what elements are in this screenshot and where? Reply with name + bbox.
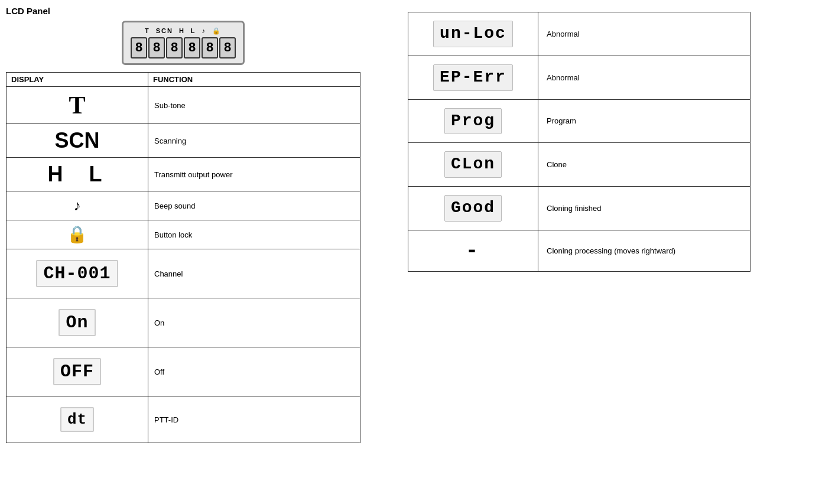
panel-title: LCD Panel: [6, 6, 360, 16]
table-row: 🔒 Button lock: [7, 220, 360, 249]
lcd-digits-row: 8 8 8 8 8 8: [131, 37, 236, 58]
display-good: Good: [444, 195, 502, 222]
table-row: ♪ Beep sound: [7, 191, 360, 220]
main-container: LCD Panel T SCN H L ♪ 🔒 8 8 8 8 8: [6, 6, 816, 443]
desc-cell-unloc: Abnormal: [538, 12, 750, 56]
display-cell-channel: CH-001: [7, 249, 148, 298]
display-cell-off: OFF: [7, 347, 148, 396]
icon-T: T: [145, 27, 150, 35]
function-cell-pttid: PTT-ID: [148, 396, 360, 443]
display-cell-beep: ♪: [7, 191, 148, 220]
right-table: un-Loc Abnormal EP-Err Abnormal Prog: [408, 12, 750, 272]
display-cell-eperr: EP-Err: [408, 56, 538, 99]
table-row: T Sub-tone: [7, 87, 360, 124]
display-cell-HL: H L: [7, 158, 148, 191]
lock-symbol: 🔒: [67, 225, 87, 243]
display-prog: Prog: [444, 108, 502, 135]
display-T: T: [69, 92, 85, 119]
desc-cell-eperr: Abnormal: [538, 56, 750, 99]
table-row: un-Loc Abnormal: [408, 12, 750, 56]
function-cell-on: On: [148, 298, 360, 347]
function-cell-off: Off: [148, 347, 360, 396]
display-off: OFF: [53, 358, 101, 385]
table-row: Prog Program: [408, 99, 750, 143]
table-row: - Cloning processing (moves rightward): [408, 230, 750, 271]
lcd-digit-5: 8: [202, 37, 218, 58]
display-cell-T: T: [7, 87, 148, 124]
display-HL: H L: [48, 162, 107, 186]
display-cell-good: Good: [408, 187, 538, 230]
table-row: Good Cloning finished: [408, 187, 750, 230]
display-on: On: [59, 309, 95, 336]
right-panel: un-Loc Abnormal EP-Err Abnormal Prog: [408, 12, 750, 272]
function-cell-scanning: Scanning: [148, 124, 360, 158]
display-cell-dash: -: [408, 230, 538, 271]
function-cell-beep: Beep sound: [148, 191, 360, 220]
header-function: FUNCTION: [148, 73, 360, 87]
display-cell-pttid: dt: [7, 396, 148, 443]
lcd-icons-row: T SCN H L ♪ 🔒: [145, 27, 222, 35]
lcd-image-container: T SCN H L ♪ 🔒 8 8 8 8 8 8: [6, 21, 360, 65]
display-channel: CH-001: [36, 260, 118, 287]
lcd-digit-2: 8: [148, 37, 165, 58]
table-row: EP-Err Abnormal: [408, 56, 750, 99]
display-cell-prog: Prog: [408, 99, 538, 143]
display-cell-on: On: [7, 298, 148, 347]
desc-cell-dash: Cloning processing (moves rightward): [538, 230, 750, 271]
beep-icon: ♪: [74, 197, 81, 213]
display-clon: CLon: [444, 151, 502, 178]
display-dash: -: [466, 239, 481, 263]
display-cell-clon: CLon: [408, 143, 538, 187]
lcd-display: T SCN H L ♪ 🔒 8 8 8 8 8 8: [122, 21, 245, 65]
desc-cell-clon: Clone: [538, 143, 750, 187]
icon-note: ♪: [202, 27, 207, 35]
desc-cell-good: Cloning finished: [538, 187, 750, 230]
function-cell-channel: Channel: [148, 249, 360, 298]
lcd-digit-6: 8: [219, 37, 236, 58]
table-row: SCN Scanning: [7, 124, 360, 158]
lcd-digit-1: 8: [131, 37, 147, 58]
display-cell-SCN: SCN: [7, 124, 148, 158]
icon-lock: 🔒: [212, 27, 222, 35]
table-row: H L Transmitt output power: [7, 158, 360, 191]
header-display: DISPLAY: [7, 73, 148, 87]
icon-H: H: [179, 27, 185, 35]
left-panel: LCD Panel T SCN H L ♪ 🔒 8 8 8 8 8: [6, 6, 360, 443]
table-row: CH-001 Channel: [7, 249, 360, 298]
display-cell-unloc: un-Loc: [408, 12, 538, 56]
table-header-row: DISPLAY FUNCTION: [7, 73, 360, 87]
table-row: OFF Off: [7, 347, 360, 396]
function-cell-lock: Button lock: [148, 220, 360, 249]
display-SCN: SCN: [54, 128, 99, 152]
table-row: CLon Clone: [408, 143, 750, 187]
icon-SCN: SCN: [156, 27, 173, 35]
lcd-digit-4: 8: [184, 37, 200, 58]
desc-cell-prog: Program: [538, 99, 750, 143]
lcd-digit-3: 8: [166, 37, 183, 58]
icon-L: L: [191, 27, 196, 35]
function-cell-subtone: Sub-tone: [148, 87, 360, 124]
display-eperr: EP-Err: [433, 64, 513, 91]
display-unloc: un-Loc: [433, 21, 513, 47]
table-row: On On: [7, 298, 360, 347]
function-cell-power: Transmitt output power: [148, 158, 360, 191]
table-row: dt PTT-ID: [7, 396, 360, 443]
display-cell-lock: 🔒: [7, 220, 148, 249]
display-pttid: dt: [60, 407, 94, 432]
left-table: DISPLAY FUNCTION T Sub-tone SCN Sc: [6, 72, 360, 443]
